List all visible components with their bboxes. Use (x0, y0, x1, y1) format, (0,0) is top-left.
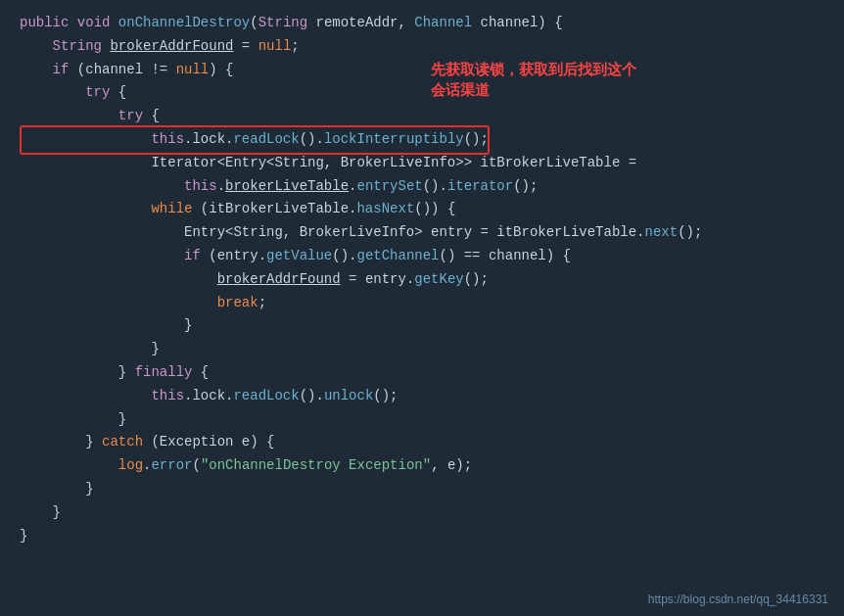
code-line: Entry<String, BrokerLiveInfo> entry = it… (20, 221, 824, 245)
watermark: https://blog.csdn.net/qq_34416331 (648, 592, 828, 606)
code-line: } catch (Exception e) { (20, 431, 824, 454)
code-line: try { (20, 105, 824, 128)
code-line: this.brokerLiveTable.entrySet().iterator… (20, 175, 824, 199)
code-line: } (20, 338, 824, 361)
code-line: } (20, 314, 824, 338)
code-line: if (entry.getValue().getChannel() == cha… (20, 245, 824, 268)
code-line: break; (20, 292, 824, 315)
code-line: if (channel != null) { (20, 59, 824, 82)
code-line: log.error("onChannelDestroy Exception", … (20, 454, 824, 478)
annotation-arrow (0, 559, 844, 616)
code-line: brokerAddrFound = entry.getKey(); (20, 268, 824, 292)
code-line: this.lock.readLock().unlock(); (20, 385, 824, 408)
code-line: } (20, 408, 824, 432)
code-line: Iterator<Entry<String, BrokerLiveInfo>> … (20, 152, 824, 175)
code-line: String brokerAddrFound = null; (20, 35, 824, 59)
code-line: } (20, 501, 824, 525)
code-line: public void onChannelDestroy(String remo… (20, 12, 824, 35)
code-line: } finally { (20, 361, 824, 385)
annotation-text: 先获取读锁，获取到后找到这个会话渠道 (431, 59, 636, 100)
code-line: try { (20, 81, 824, 105)
code-line: while (itBrokerLiveTable.hasNext()) { (20, 198, 824, 221)
code-line: } (20, 478, 824, 501)
code-block: public void onChannelDestroy(String remo… (0, 0, 844, 559)
code-line: } (20, 525, 824, 548)
code-line: this.lock.readLock().lockInterruptibly()… (20, 128, 824, 152)
